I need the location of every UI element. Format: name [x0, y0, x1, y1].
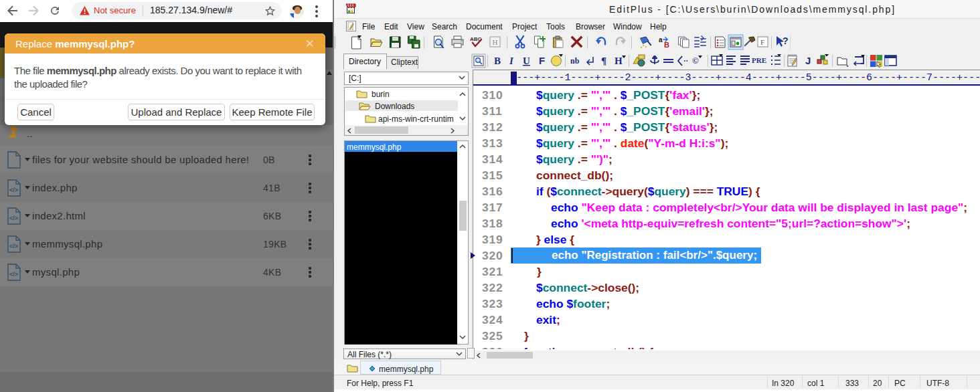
svg-text:?: ?	[783, 35, 789, 46]
svg-text:¶: ¶	[601, 56, 606, 66]
svg-text:U: U	[523, 56, 530, 66]
svg-text:PRE: PRE	[752, 56, 766, 64]
svg-text:©: ©	[692, 56, 699, 66]
svg-text:F: F	[760, 38, 764, 46]
svg-text:F: F	[539, 55, 545, 66]
svg-text:nb: nb	[570, 56, 580, 66]
svg-text:B: B	[664, 41, 669, 49]
svg-text:J: J	[805, 55, 811, 66]
svg-text:I: I	[509, 56, 514, 66]
svg-text:B: B	[494, 56, 501, 66]
svg-text:H: H	[615, 56, 623, 66]
svg-text:a: a	[659, 36, 663, 43]
svg-text:H: H	[493, 38, 498, 46]
